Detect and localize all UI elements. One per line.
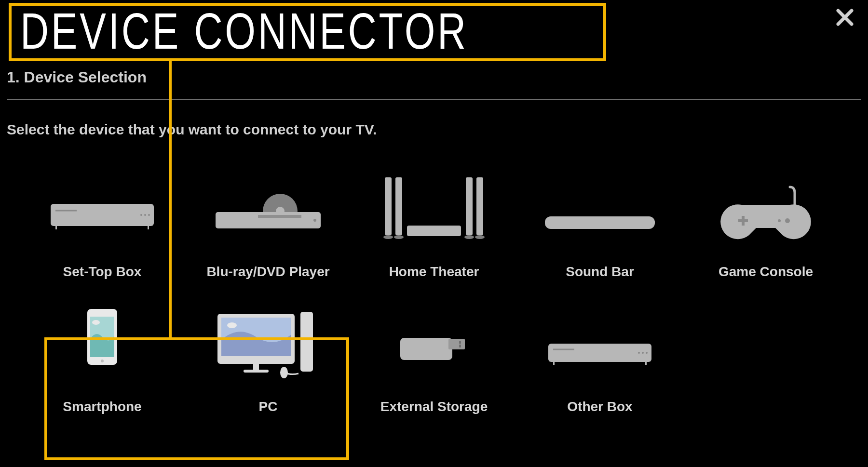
device-label: Other Box: [567, 399, 632, 414]
svg-point-17: [394, 235, 404, 239]
close-button[interactable]: [835, 8, 854, 27]
svg-point-15: [383, 235, 393, 239]
device-tile-pc[interactable]: PC: [185, 294, 351, 419]
svg-rect-45: [645, 359, 647, 365]
svg-rect-14: [385, 177, 392, 235]
svg-rect-36: [244, 370, 269, 373]
svg-point-30: [92, 320, 100, 325]
svg-rect-35: [253, 364, 259, 371]
svg-point-31: [101, 360, 104, 362]
device-tile-smartphone[interactable]: Smartphone: [19, 294, 185, 419]
page-title-highlight: DEVICE CONNECTOR: [9, 3, 606, 61]
device-label: Game Console: [719, 264, 813, 280]
device-label: Home Theater: [389, 264, 479, 280]
svg-point-27: [778, 219, 781, 222]
svg-rect-44: [553, 359, 555, 365]
divider: [7, 99, 861, 100]
gameconsole-icon: [718, 175, 814, 242]
svg-rect-12: [258, 215, 301, 218]
svg-point-21: [475, 235, 485, 239]
svg-rect-40: [448, 339, 465, 349]
svg-point-48: [642, 352, 644, 354]
svg-rect-39: [400, 338, 452, 360]
device-tile-bluray[interactable]: Blu-ray/DVD Player: [185, 159, 351, 284]
svg-point-47: [638, 352, 640, 354]
device-label: Blu-ray/DVD Player: [206, 264, 329, 280]
step-label: 1. Device Selection: [7, 68, 147, 86]
device-label: Set-Top Box: [63, 264, 142, 280]
svg-point-26: [785, 218, 790, 223]
svg-point-13: [313, 219, 316, 222]
hometheater-icon: [371, 173, 497, 245]
svg-rect-16: [395, 177, 402, 235]
svg-rect-20: [476, 177, 483, 235]
device-label: Smartphone: [63, 399, 141, 414]
svg-rect-37: [300, 312, 313, 372]
externalstorage-icon: [391, 310, 477, 377]
svg-rect-22: [407, 226, 461, 236]
svg-point-6: [140, 214, 142, 216]
device-tile-soundbar[interactable]: Sound Bar: [517, 159, 683, 284]
svg-rect-23: [545, 216, 655, 229]
svg-rect-18: [466, 177, 473, 235]
device-tile-hometheater[interactable]: Home Theater: [351, 159, 517, 284]
svg-point-19: [464, 235, 474, 239]
svg-rect-3: [55, 223, 57, 229]
svg-rect-2: [51, 204, 154, 226]
device-tile-settopbox[interactable]: Set-Top Box: [19, 159, 185, 284]
svg-rect-11: [216, 212, 321, 228]
settopbox-icon: [47, 177, 158, 240]
device-tile-externalstorage[interactable]: External Storage: [351, 294, 517, 419]
bluray-icon: [213, 177, 324, 240]
device-label: Sound Bar: [566, 264, 634, 280]
svg-rect-42: [459, 345, 461, 347]
svg-point-49: [646, 352, 648, 354]
svg-point-34: [227, 322, 237, 328]
close-icon: [835, 8, 854, 27]
soundbar-icon: [542, 180, 658, 238]
svg-rect-43: [548, 344, 651, 362]
smartphone-icon: [71, 305, 134, 382]
page-title: DEVICE CONNECTOR: [20, 6, 468, 56]
svg-rect-25: [738, 219, 748, 222]
device-label: PC: [259, 399, 278, 414]
device-grid: Set-Top Box Blu-ray/DVD Player: [0, 159, 868, 419]
svg-point-8: [148, 214, 150, 216]
pc-icon: [213, 305, 324, 382]
instruction-text: Select the device that you want to conne…: [7, 121, 377, 138]
svg-rect-4: [148, 223, 149, 229]
device-label: External Storage: [380, 399, 488, 414]
svg-rect-41: [459, 341, 461, 344]
device-tile-gameconsole[interactable]: Game Console: [683, 159, 849, 284]
device-tile-otherbox[interactable]: Other Box: [517, 294, 683, 419]
svg-point-7: [144, 214, 146, 216]
otherbox-icon: [544, 315, 655, 373]
